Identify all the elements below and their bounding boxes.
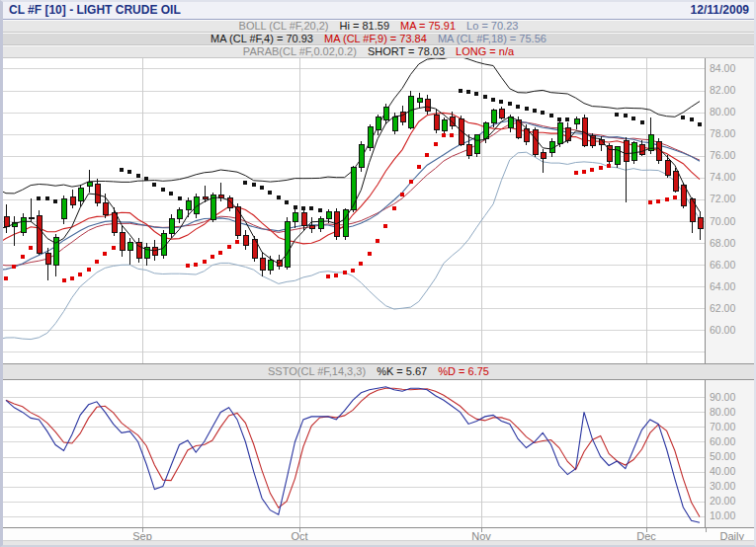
ssto-d-value: %D = 6.75 (438, 365, 489, 377)
time-axis: Daily SepOctNovDec (3, 527, 754, 545)
period-label: Daily (720, 530, 744, 542)
svg-text:80.00: 80.00 (710, 106, 735, 117)
month-label: Dec (636, 530, 656, 542)
svg-text:60.00: 60.00 (710, 324, 735, 336)
svg-text:76.00: 76.00 (710, 149, 735, 161)
axis-strip (706, 58, 754, 363)
month-label: Oct (291, 530, 307, 542)
legend-stochastic: SSTO(CL #F,14,3,3) %K = 5.67 %D = 6.75 (3, 363, 754, 380)
svg-text:60.00: 60.00 (710, 435, 735, 447)
parab-long-value: LONG = n/a (456, 45, 514, 57)
ssto-k-value: %K = 5.67 (377, 365, 427, 377)
ma9-value: MA (CL #F,9) = 73.84 (324, 33, 427, 44)
svg-text:72.00: 72.00 (710, 193, 735, 204)
svg-text:70.00: 70.00 (710, 215, 735, 227)
legend-moving-averages: MA (CL #F,4) = 70.93 MA (CL #F,9) = 73.8… (3, 33, 754, 45)
svg-text:84.00: 84.00 (710, 62, 735, 74)
svg-text:20.00: 20.00 (710, 495, 735, 507)
legend-bollinger: BOLL (CL #F,20,2) Hi = 81.59 MA = 75.91 … (3, 20, 754, 33)
svg-text:30.00: 30.00 (710, 480, 735, 492)
svg-text:90.00: 90.00 (710, 391, 735, 403)
chart-date: 12/11/2009 (691, 2, 749, 19)
month-label: Sep (132, 530, 152, 542)
boll-lo-value: Lo = 70.23 (466, 20, 518, 32)
title-bar: CL #F [10] - LIGHT CRUDE OIL 12/11/2009 (3, 2, 754, 20)
candles-layer (4, 91, 703, 280)
ma18-value: MA (CL #F,18) = 75.56 (438, 33, 546, 44)
svg-text:82.00: 82.00 (710, 84, 735, 96)
parab-short-value: SHORT = 78.03 (368, 45, 445, 57)
month-label: Nov (471, 530, 491, 542)
legend-parabolic: PARAB(CL #F,0.02,0.2) SHORT = 78.03 LONG… (3, 45, 754, 58)
ssto-label: SSTO(CL #F,14,3,3) (268, 365, 366, 377)
svg-text:70.00: 70.00 (710, 421, 735, 432)
svg-text:50.00: 50.00 (710, 450, 735, 462)
boll-hi-value: Hi = 81.59 (340, 20, 389, 32)
svg-text:66.00: 66.00 (710, 259, 735, 271)
chart-window: CL #F [10] - LIGHT CRUDE OIL 12/11/2009 … (0, 0, 756, 547)
svg-text:74.00: 74.00 (710, 171, 735, 183)
ma4-value: MA (CL #F,4) = 70.93 (210, 33, 313, 44)
percent-d-line (6, 388, 700, 516)
stochastic-chart[interactable]: 90.0080.0070.0060.0050.0040.0030.0020.00… (3, 380, 754, 527)
axis-tick (706, 528, 707, 532)
svg-text:62.00: 62.00 (710, 302, 735, 314)
svg-text:10.00: 10.00 (710, 509, 735, 521)
svg-text:68.00: 68.00 (710, 237, 735, 249)
boll-ma-value: MA = 75.91 (400, 20, 456, 32)
svg-text:40.00: 40.00 (710, 465, 735, 477)
price-chart[interactable]: 84.0082.0080.0078.0076.0074.0072.0070.00… (3, 58, 754, 363)
svg-text:80.00: 80.00 (710, 406, 735, 418)
boll-label: BOLL (CL #F,20,2) (239, 20, 329, 32)
svg-text:64.00: 64.00 (710, 280, 735, 292)
parab-label: PARAB(CL #F,0.02,0.2) (243, 45, 357, 57)
symbol-title: CL #F [10] - LIGHT CRUDE OIL (9, 2, 181, 19)
svg-text:78.00: 78.00 (710, 127, 735, 139)
axis-labels: 90.0080.0070.0060.0050.0040.0030.0020.00… (710, 391, 735, 521)
